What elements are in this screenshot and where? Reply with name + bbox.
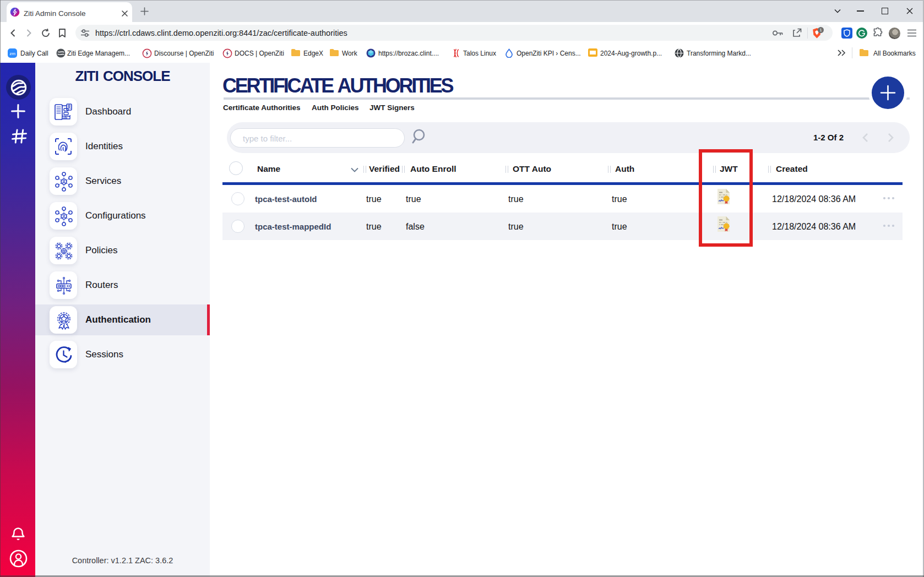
svg-text:zm: zm [9, 51, 15, 56]
